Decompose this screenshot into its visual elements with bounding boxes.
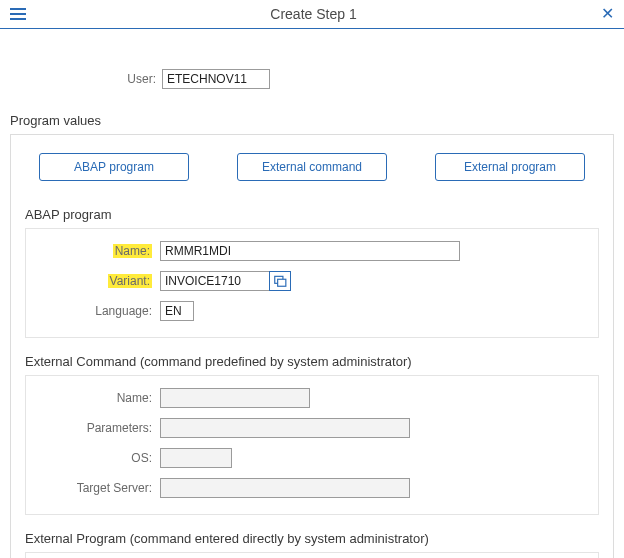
- abap-variant-label: Variant:: [36, 274, 152, 288]
- abap-language-input[interactable]: [160, 301, 194, 321]
- ext-prog-title: External Program (command entered direct…: [25, 531, 599, 546]
- svg-rect-1: [278, 279, 286, 286]
- ext-cmd-params-row: Parameters:: [36, 418, 588, 438]
- ext-cmd-name-label: Name:: [36, 391, 152, 405]
- abap-name-label: Name:: [36, 244, 152, 258]
- title-bar: Create Step 1 ✕: [0, 0, 624, 29]
- ext-cmd-params-input: [160, 418, 410, 438]
- ext-cmd-target-label: Target Server:: [36, 481, 152, 495]
- abap-variant-input[interactable]: [160, 271, 270, 291]
- program-values-panel: ABAP program External command External p…: [10, 134, 614, 558]
- ext-cmd-name-input: [160, 388, 310, 408]
- variant-input-wrap: [160, 271, 291, 291]
- abap-program-button[interactable]: ABAP program: [39, 153, 189, 181]
- ext-cmd-target-row: Target Server:: [36, 478, 588, 498]
- abap-language-row: Language:: [36, 301, 588, 321]
- abap-program-block: Name: Variant: Language:: [25, 228, 599, 338]
- external-command-button[interactable]: External command: [237, 153, 387, 181]
- menu-icon[interactable]: [10, 8, 26, 20]
- ext-prog-block: [25, 552, 599, 558]
- ext-cmd-os-row: OS:: [36, 448, 588, 468]
- ext-cmd-name-row: Name:: [36, 388, 588, 408]
- abap-name-input[interactable]: [160, 241, 460, 261]
- content-area: User: Program values ABAP program Extern…: [0, 69, 624, 558]
- abap-language-label: Language:: [36, 304, 152, 318]
- user-row: User:: [120, 69, 614, 89]
- page-title: Create Step 1: [26, 6, 601, 22]
- ext-cmd-os-input: [160, 448, 232, 468]
- ext-cmd-target-input: [160, 478, 410, 498]
- ext-cmd-title: External Command (command predefined by …: [25, 354, 599, 369]
- program-type-buttons: ABAP program External command External p…: [25, 149, 599, 199]
- abap-name-row: Name:: [36, 241, 588, 261]
- value-help-icon[interactable]: [269, 271, 291, 291]
- program-values-title: Program values: [10, 113, 614, 128]
- abap-program-title: ABAP program: [25, 207, 599, 222]
- ext-cmd-block: Name: Parameters: OS: Target Server:: [25, 375, 599, 515]
- close-icon[interactable]: ✕: [601, 6, 614, 22]
- external-program-button[interactable]: External program: [435, 153, 585, 181]
- abap-variant-row: Variant:: [36, 271, 588, 291]
- user-input[interactable]: [162, 69, 270, 89]
- ext-cmd-params-label: Parameters:: [36, 421, 152, 435]
- user-label: User:: [120, 72, 156, 86]
- ext-cmd-os-label: OS:: [36, 451, 152, 465]
